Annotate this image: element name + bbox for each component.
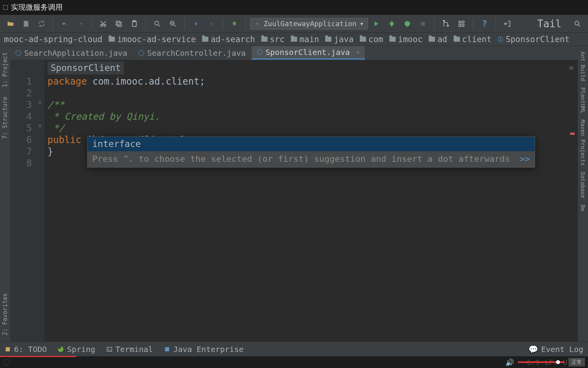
fold-marker-icon[interactable]: ⊖ bbox=[38, 99, 41, 106]
undo-icon[interactable] bbox=[57, 16, 72, 31]
maven-tool-button[interactable]: Maven Projects bbox=[580, 117, 586, 168]
terminal-tool-button[interactable]: Terminal bbox=[106, 345, 153, 354]
svg-rect-13 bbox=[459, 21, 461, 23]
breadcrumb: mooc-ad-spring-cloud imooc-ad-service ad… bbox=[0, 33, 588, 46]
window-title-bar: 实现微服务调用 bbox=[0, 0, 588, 15]
editor-tab[interactable]: SponsorClient.java × bbox=[252, 46, 365, 60]
vcs-icon[interactable] bbox=[438, 16, 453, 31]
ant-build-tool-button[interactable]: Ant Build bbox=[580, 49, 586, 83]
svg-rect-10 bbox=[421, 22, 425, 26]
exit-icon[interactable] bbox=[500, 16, 515, 31]
run-icon[interactable] bbox=[369, 16, 384, 31]
breadcrumb-item[interactable]: src bbox=[259, 34, 287, 45]
svg-rect-2 bbox=[118, 22, 121, 26]
tab-label: SearchApplication.java bbox=[24, 48, 127, 58]
run-configuration-selector[interactable]: ZuulGatewayApplication ▾ bbox=[250, 18, 368, 30]
tab-label: SearchController.java bbox=[147, 48, 246, 58]
breadcrumb-item[interactable]: com bbox=[357, 34, 386, 45]
volume-icon[interactable]: 🔊 bbox=[505, 358, 514, 366]
breadcrumb-item[interactable]: ad-search bbox=[200, 34, 257, 45]
autocomplete-hint: Press ^. to choose the selected (or firs… bbox=[88, 151, 535, 167]
breadcrumb-item[interactable]: main bbox=[289, 34, 322, 45]
interface-icon bbox=[257, 50, 262, 55]
folder-icon bbox=[389, 37, 396, 42]
interface-icon: I bbox=[498, 37, 503, 42]
folder-icon bbox=[202, 37, 208, 42]
svg-rect-18 bbox=[6, 347, 10, 351]
java-ee-tool-button[interactable]: Java Enterprise bbox=[164, 345, 244, 354]
project-tool-button[interactable]: 1: Project bbox=[2, 49, 9, 90]
bottom-tool-bar: 6: TODO Spring Terminal Java Enterprise … bbox=[0, 341, 588, 356]
structure-icon[interactable] bbox=[454, 16, 469, 31]
breadcrumb-item[interactable]: imooc-ad-service bbox=[106, 34, 198, 45]
inspection-eye-icon[interactable]: 👁 bbox=[569, 65, 575, 73]
event-log-button[interactable]: 💬 Event Log bbox=[528, 345, 583, 354]
editor-tabs: SearchApplication.java SearchController.… bbox=[10, 46, 578, 60]
fold-gutter: ⊖ ⊖ bbox=[37, 60, 44, 341]
code-editor[interactable]: 1 2 3 4 5 6 7 8 ⊖ ⊖ SponsorClient packag… bbox=[10, 60, 578, 341]
save-icon[interactable] bbox=[19, 16, 33, 31]
breadcrumb-item[interactable]: ISponsorClient bbox=[495, 34, 572, 45]
cut-icon[interactable] bbox=[96, 16, 111, 31]
video-player-controls: 🔊 正常 bbox=[0, 356, 588, 368]
forward-icon[interactable] bbox=[204, 16, 219, 31]
find-icon[interactable] bbox=[150, 16, 165, 31]
bean-tool-button[interactable]: Be bbox=[580, 202, 586, 214]
database-tool-button[interactable]: Database bbox=[580, 170, 586, 200]
folder-icon bbox=[454, 37, 460, 42]
favorites-tool-button[interactable]: 2: Favorites bbox=[2, 290, 9, 338]
class-icon bbox=[16, 50, 21, 56]
breadcrumb-item[interactable]: mooc-ad-spring-cloud bbox=[2, 34, 105, 45]
editor-tab[interactable]: SearchController.java bbox=[133, 46, 252, 60]
svg-point-9 bbox=[390, 22, 394, 26]
replace-icon[interactable] bbox=[165, 16, 180, 31]
autocomplete-more-link[interactable]: >> bbox=[520, 154, 530, 165]
svg-point-17 bbox=[575, 21, 579, 25]
paste-icon[interactable] bbox=[127, 16, 142, 31]
window-title: 实现微服务调用 bbox=[11, 2, 63, 12]
tab-label: SponsorClient.java bbox=[266, 48, 350, 57]
run-config-label: ZuulGatewayApplication bbox=[264, 19, 356, 28]
redo-icon[interactable] bbox=[73, 16, 88, 31]
structure-tool-button[interactable]: 7: Structure bbox=[2, 94, 9, 142]
video-speed-badge[interactable]: 正常 bbox=[569, 358, 585, 366]
folder-icon bbox=[109, 37, 115, 42]
breadcrumb-item[interactable]: ad bbox=[426, 34, 449, 45]
error-stripe-marker[interactable] bbox=[570, 133, 575, 135]
spring-tool-button[interactable]: Spring bbox=[58, 345, 95, 354]
search-everywhere-icon[interactable] bbox=[570, 16, 585, 31]
stop-icon[interactable] bbox=[415, 16, 430, 31]
plantuml-tool-button[interactable]: PlantUML bbox=[580, 85, 586, 116]
editor-tab[interactable]: SearchApplication.java bbox=[10, 46, 133, 60]
svg-rect-14 bbox=[462, 21, 464, 23]
debug-icon[interactable] bbox=[384, 16, 399, 31]
fold-marker-icon[interactable]: ⊖ bbox=[38, 122, 41, 129]
breadcrumb-item[interactable]: imooc bbox=[387, 34, 425, 45]
svg-rect-19 bbox=[107, 347, 112, 351]
folder-icon bbox=[291, 37, 297, 42]
coverage-icon[interactable] bbox=[400, 16, 415, 31]
back-icon[interactable] bbox=[188, 16, 203, 31]
todo-tool-button[interactable]: 6: TODO bbox=[5, 345, 47, 354]
video-progress-bar[interactable] bbox=[0, 356, 76, 357]
folder-icon bbox=[360, 37, 366, 42]
line-number-gutter: 1 2 3 4 5 6 7 8 bbox=[10, 60, 37, 341]
code-body[interactable]: SponsorClient package com.imooc.ad.clien… bbox=[44, 60, 578, 341]
svg-rect-15 bbox=[459, 24, 461, 26]
folder-icon bbox=[429, 37, 435, 42]
open-icon[interactable] bbox=[3, 16, 18, 31]
close-tab-icon[interactable]: × bbox=[356, 49, 359, 55]
sync-icon[interactable] bbox=[34, 16, 49, 31]
copy-icon[interactable] bbox=[111, 16, 126, 31]
breadcrumb-item[interactable]: client bbox=[451, 34, 494, 45]
svg-point-6 bbox=[155, 21, 158, 25]
breadcrumb-item[interactable]: java bbox=[323, 34, 356, 45]
editor-area: SearchApplication.java SearchController.… bbox=[10, 46, 578, 341]
volume-slider[interactable] bbox=[518, 361, 565, 363]
tail-label: Tail bbox=[529, 18, 569, 30]
context-class-label: SponsorClient bbox=[48, 62, 124, 74]
build-icon[interactable] bbox=[227, 16, 242, 31]
help-icon[interactable]: ? bbox=[477, 16, 492, 31]
autocomplete-item[interactable]: interface bbox=[88, 137, 535, 151]
main-toolbar: ZuulGatewayApplication ▾ ? Tail bbox=[0, 15, 588, 33]
